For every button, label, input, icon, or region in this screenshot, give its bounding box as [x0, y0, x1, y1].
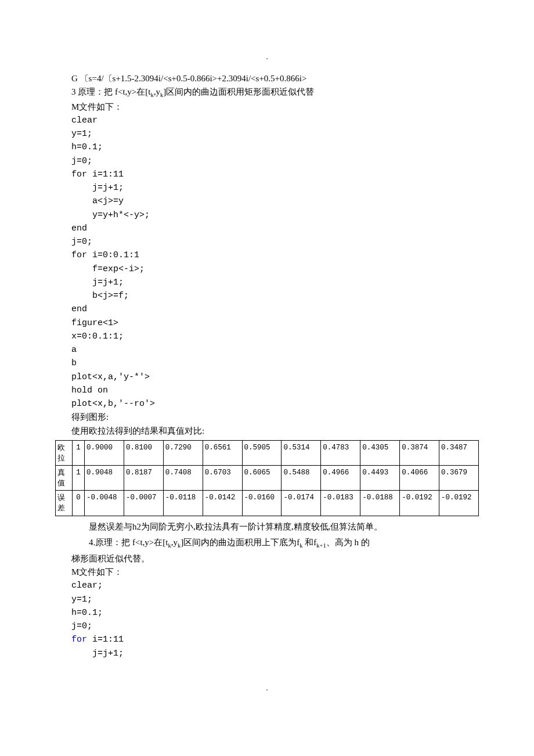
table-cell: 0.3487 [439, 440, 479, 465]
table-cell: 0.4305 [360, 440, 400, 465]
mfile-label-1: M文件如下： [71, 100, 479, 114]
code-line: x=0:0.1:1; [71, 330, 479, 343]
code-line: y=1; [71, 127, 479, 141]
table-cell: -0.0192 [439, 491, 479, 516]
table-cell: 0.4783 [321, 440, 360, 465]
code-line: for i=1:11 [71, 633, 479, 646]
principle-4-line1: 4.原理：把 f<t,y>在[tk,yk]区间内的曲边面积用上下底为fk 和fk… [71, 535, 479, 551]
table-cell: -0.0160 [242, 491, 282, 516]
table-cell: -0.0183 [321, 491, 360, 516]
code-line: a<j>=y [71, 195, 479, 208]
code-line: b [71, 357, 479, 370]
code-line: clear; [71, 579, 479, 592]
row-first: 1 [73, 466, 85, 491]
table-cell: 0.4493 [360, 466, 400, 491]
code-line: y=1; [71, 593, 479, 606]
code-line: f=exp<-i>; [71, 262, 479, 276]
table-cell: -0.0142 [203, 491, 242, 516]
table-cell: 0.5314 [282, 440, 321, 465]
table-cell: -0.0174 [282, 491, 321, 516]
compare-label: 使用欧拉法得到的结果和真值对比: [71, 424, 479, 438]
code-line: figure<1> [71, 316, 479, 330]
row-label: 真值 [56, 466, 73, 491]
table-cell: 0.5905 [242, 440, 282, 465]
table-cell: -0.0188 [360, 491, 400, 516]
table-cell: 0.7408 [163, 466, 203, 491]
comparison-table: 欧拉10.90000.81000.72900.65610.59050.53140… [55, 440, 479, 516]
code-line: plot<x,a,'y-*'> [71, 370, 479, 384]
table-cell: -0.0007 [124, 491, 163, 516]
table-cell: 0.6561 [203, 440, 242, 465]
header-dot: . [55, 52, 479, 62]
code-line: y=y+h*<-y>; [71, 208, 479, 222]
table-cell: 0.7290 [163, 440, 203, 465]
code-line: j=j+1; [71, 181, 479, 195]
formula-line: G 〔s=4/〔s+1.5-2.3094i/<s+0.5-0.866i>+2.3… [71, 72, 479, 85]
conclusion-text: 显然误差与h2为同阶无穷小,欧拉法具有一阶计算精度,精度较低,但算法简单。 [71, 520, 479, 535]
keyword-for: for [71, 635, 87, 645]
result-graph-label: 得到图形: [71, 411, 479, 424]
code-line: h=0.1; [71, 606, 479, 620]
table-cell: 0.6065 [242, 466, 282, 491]
code-line: j=0; [71, 620, 479, 633]
table-cell: 0.5488 [282, 466, 321, 491]
code-block-1: clear y=1; h=0.1; j=0; for i=1:11 j=j+1;… [71, 114, 479, 411]
table-cell: 0.9000 [85, 440, 124, 465]
code-line: end [71, 303, 479, 316]
row-first: 0 [73, 491, 85, 516]
code-line: plot<x,b,'--ro'> [71, 397, 479, 411]
code-block-2: clear; y=1; h=0.1; j=0; for i=1:11 j=j+1… [71, 579, 479, 660]
table-cell: -0.0192 [400, 491, 439, 516]
table-cell: 0.3874 [400, 440, 439, 465]
mfile-label-2: M文件如下： [71, 566, 479, 579]
code-line: b<j>=f; [71, 289, 479, 303]
code-line: h=0.1; [71, 141, 479, 154]
code-line: hold on [71, 384, 479, 397]
table-cell: -0.0118 [163, 491, 203, 516]
principle-3: 3 原理：把 f<t,y>在[tk,yk]区间内的曲边面积用矩形面积近似代替 [71, 85, 479, 100]
table-row: 欧拉10.90000.81000.72900.65610.59050.53140… [56, 440, 479, 465]
table-row: 误差0-0.0048-0.0007-0.0118-0.0142-0.0160-0… [56, 491, 479, 516]
code-line: j=0; [71, 235, 479, 249]
table-cell: 0.4966 [321, 466, 360, 491]
table-row: 真值10.90480.81870.74080.67030.60650.54880… [56, 466, 479, 491]
code-line: clear [71, 114, 479, 127]
table-cell: 0.6703 [203, 466, 242, 491]
table-cell: 0.8100 [124, 440, 163, 465]
table-cell: 0.9048 [85, 466, 124, 491]
table-cell: 0.4066 [400, 466, 439, 491]
table-cell: 0.8187 [124, 466, 163, 491]
row-label: 误差 [56, 491, 73, 516]
row-label: 欧拉 [56, 440, 73, 465]
footer-dot: . [55, 683, 479, 693]
code-line: end [71, 222, 479, 235]
code-line: j=0; [71, 154, 479, 168]
code-line: j=j+1; [71, 647, 479, 660]
code-line: j=j+1; [71, 276, 479, 289]
code-line: a [71, 343, 479, 357]
table-cell: -0.0048 [85, 491, 124, 516]
table-cell: 0.3679 [439, 466, 479, 491]
code-line: for i=0:0.1:1 [71, 249, 479, 262]
row-first: 1 [73, 440, 85, 465]
principle-4-line2: 梯形面积近似代替。 [71, 552, 479, 566]
code-line: for i=1:11 [71, 168, 479, 181]
